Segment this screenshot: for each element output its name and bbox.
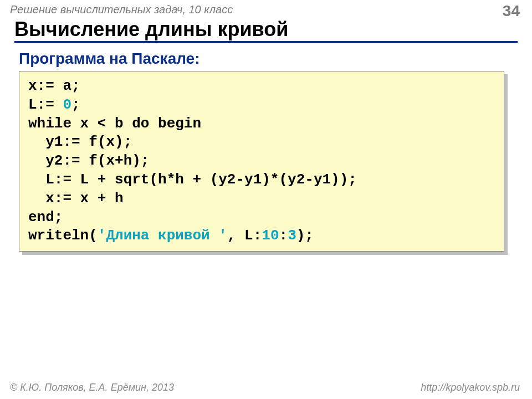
code-line-4: y1:= f(x); <box>28 134 132 150</box>
code-line-9e: : <box>279 227 288 244</box>
slide: Решение вычислительных задач, 10 класс 3… <box>0 0 532 399</box>
page-number: 34 <box>503 2 520 20</box>
code-line-2c: ; <box>71 96 80 113</box>
code-line-5: y2:= f(x+h); <box>28 152 149 169</box>
code-line-9-str: 'Длина кривой ' <box>98 227 227 244</box>
code-line-3: while x < b do begin <box>28 115 201 132</box>
slide-title: Вычисление длины кривой <box>14 19 518 43</box>
code-line-9g: ); <box>296 227 314 244</box>
slide-subtitle: Программа на Паскале: <box>19 50 200 68</box>
code-line-9-n2: 3 <box>288 227 296 244</box>
code-line-2a: L:= <box>28 96 63 113</box>
code-line-9-n1: 10 <box>262 227 279 244</box>
code-line-2-num: 0 <box>63 96 71 113</box>
code-line-9a: writeln( <box>28 227 98 244</box>
code-line-8: end; <box>28 209 63 226</box>
code-line-9c: , L: <box>227 227 262 244</box>
code-block: x:= a; L:= 0; while x < b do begin y1:= … <box>19 71 504 252</box>
code-block-wrap: x:= a; L:= 0; while x < b do begin y1:= … <box>19 71 504 252</box>
header-subject: Решение вычислительных задач, 10 класс <box>10 3 233 16</box>
footer-copyright: © К.Ю. Поляков, Е.А. Ерёмин, 2013 <box>10 382 174 393</box>
code-line-1: x:= a; <box>28 78 80 94</box>
code-line-7: x:= x + h <box>28 190 124 207</box>
footer-url: http://kpolyakov.spb.ru <box>421 382 520 393</box>
code-line-6: L:= L + sqrt(h*h + (y2-y1)*(y2-y1)); <box>28 171 357 188</box>
